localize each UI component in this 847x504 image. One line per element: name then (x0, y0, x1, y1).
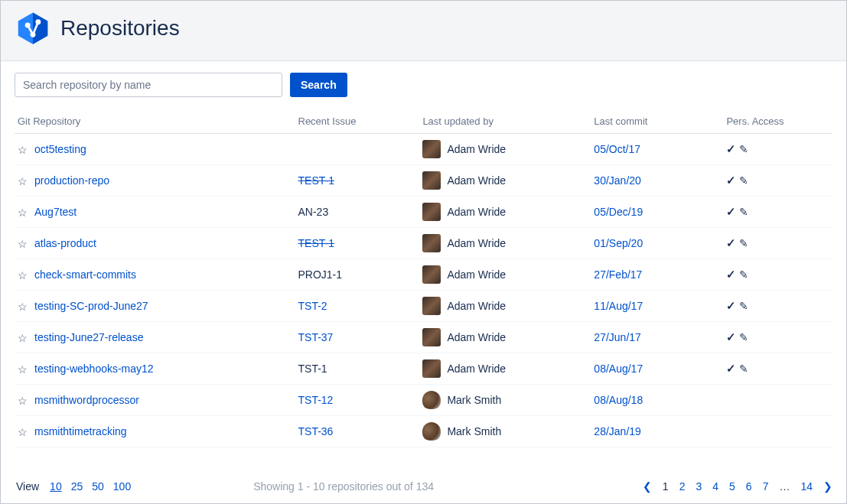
issue-link[interactable]: TST-37 (298, 331, 334, 343)
check-icon: ✓ (726, 362, 736, 376)
last-commit-link[interactable]: 05/Oct/17 (594, 143, 640, 155)
star-icon[interactable]: ☆ (18, 427, 30, 437)
column-header-repo[interactable]: Git Repository (15, 111, 295, 134)
issue-link: TST-1 (298, 363, 327, 375)
table-footer: View 102550100 Showing 1 - 10 repositori… (15, 470, 832, 503)
pagination: ❮1234567…14❯ (643, 480, 832, 493)
page-size-option[interactable]: 10 (50, 480, 62, 493)
pagination-page[interactable]: 5 (729, 480, 735, 493)
star-icon[interactable]: ☆ (18, 176, 30, 187)
last-commit-link[interactable]: 30/Jan/20 (594, 174, 641, 187)
table-row: ☆testing-SC-prod-June27TST-2Adam Wride11… (15, 291, 832, 322)
star-icon[interactable]: ☆ (18, 301, 30, 312)
pencil-icon[interactable]: ✎ (739, 237, 748, 249)
showing-count: Showing 1 - 10 repositories out of 134 (253, 480, 434, 493)
updated-by-name: Adam Wride (447, 363, 506, 375)
last-commit-link[interactable]: 01/Sep/20 (594, 237, 643, 249)
repo-link[interactable]: oct5testing (34, 143, 86, 155)
check-icon: ✓ (726, 142, 736, 156)
check-icon: ✓ (726, 174, 736, 187)
repo-link[interactable]: production-repo (34, 174, 109, 187)
pagination-page[interactable]: 3 (696, 480, 702, 493)
last-commit-link[interactable]: 08/Aug/18 (594, 394, 643, 406)
issue-link[interactable]: TST-36 (298, 425, 334, 437)
page-header: Repositories (1, 1, 846, 61)
updated-by-name: Adam Wride (447, 331, 506, 343)
issue-link[interactable]: TST-2 (298, 300, 327, 312)
avatar (422, 297, 441, 315)
search-input[interactable] (15, 73, 282, 97)
pagination-page[interactable]: 6 (746, 480, 752, 493)
pencil-icon[interactable]: ✎ (739, 300, 748, 312)
view-label: View (16, 480, 39, 493)
page-size-option[interactable]: 25 (71, 480, 83, 493)
repo-link[interactable]: atlas-product (34, 237, 96, 249)
last-commit-link[interactable]: 05/Dec/19 (594, 206, 643, 218)
table-row: ☆Aug7testAN-23Adam Wride05/Dec/19✓✎ (15, 197, 832, 228)
last-commit-link[interactable]: 27/Feb/17 (594, 268, 642, 281)
page-title: Repositories (60, 16, 180, 41)
updated-by-name: Adam Wride (447, 268, 506, 281)
last-commit-link[interactable]: 28/Jan/19 (594, 425, 641, 437)
app-window: Repositories Search Git Repository Recen… (0, 0, 847, 504)
issue-link[interactable]: TEST-1 (298, 237, 334, 249)
star-icon[interactable]: ☆ (18, 207, 30, 218)
star-icon[interactable]: ☆ (18, 145, 30, 155)
repo-link[interactable]: testing-webhooks-may12 (34, 363, 154, 375)
column-header-updated[interactable]: Last updated by (419, 111, 591, 134)
updated-by-name: Adam Wride (447, 300, 506, 312)
avatar (422, 422, 441, 441)
table-row: ☆atlas-productTEST-1Adam Wride01/Sep/20✓… (15, 228, 832, 259)
star-icon[interactable]: ☆ (18, 239, 30, 249)
pencil-icon[interactable]: ✎ (739, 206, 748, 218)
repo-link[interactable]: testing-SC-prod-June27 (34, 300, 148, 312)
updated-by-name: Mark Smith (447, 425, 501, 437)
check-icon: ✓ (726, 330, 736, 344)
star-icon[interactable]: ☆ (18, 333, 30, 343)
column-header-access[interactable]: Pers. Access (723, 111, 832, 134)
pencil-icon[interactable]: ✎ (739, 268, 748, 281)
issue-link[interactable]: TST-12 (298, 394, 334, 406)
column-header-commit[interactable]: Last commit (591, 111, 723, 134)
updated-by-name: Adam Wride (447, 143, 506, 155)
search-button[interactable]: Search (290, 73, 347, 97)
table-row: ☆production-repoTEST-1Adam Wride30/Jan/2… (15, 165, 832, 197)
table-row: ☆msmithtimetrackingTST-36Mark Smith28/Ja… (15, 416, 832, 447)
check-icon: ✓ (726, 236, 736, 250)
page-size-option[interactable]: 100 (113, 480, 131, 493)
pagination-page[interactable]: 4 (712, 480, 718, 493)
issue-link[interactable]: TEST-1 (298, 174, 334, 187)
avatar (422, 203, 441, 221)
column-header-issue[interactable]: Recent Issue (295, 111, 420, 134)
page-size-option[interactable]: 50 (92, 480, 104, 493)
last-commit-link[interactable]: 11/Aug/17 (594, 300, 643, 312)
pagination-page[interactable]: 14 (800, 480, 813, 493)
check-icon: ✓ (726, 205, 736, 219)
avatar (422, 359, 441, 378)
updated-by-name: Adam Wride (447, 174, 506, 187)
pagination-prev-icon[interactable]: ❮ (643, 480, 652, 493)
pagination-next-icon[interactable]: ❯ (823, 480, 832, 493)
updated-by-name: Mark Smith (447, 394, 501, 406)
last-commit-link[interactable]: 08/Aug/17 (594, 363, 643, 375)
pencil-icon[interactable]: ✎ (739, 331, 748, 343)
last-commit-link[interactable]: 27/Jun/17 (594, 331, 641, 343)
repo-link[interactable]: check-smart-commits (34, 268, 136, 281)
repo-link[interactable]: Aug7test (34, 206, 77, 218)
pencil-icon[interactable]: ✎ (739, 143, 748, 155)
pencil-icon[interactable]: ✎ (739, 174, 748, 187)
pagination-page[interactable]: 7 (763, 480, 769, 493)
star-icon[interactable]: ☆ (18, 270, 30, 281)
repo-link[interactable]: msmithwordprocessor (34, 394, 139, 406)
star-icon[interactable]: ☆ (18, 395, 30, 406)
avatar (422, 171, 441, 190)
avatar (422, 391, 441, 409)
table-row: ☆check-smart-commitsPROJ1-1Adam Wride27/… (15, 259, 832, 291)
repo-link[interactable]: testing-June27-release (34, 331, 143, 343)
repo-link[interactable]: msmithtimetracking (34, 425, 127, 437)
table-row: ☆testing-June27-releaseTST-37Adam Wride2… (15, 322, 832, 353)
pagination-page[interactable]: 2 (679, 480, 686, 493)
pencil-icon[interactable]: ✎ (739, 363, 748, 375)
star-icon[interactable]: ☆ (18, 364, 30, 375)
table-row: ☆testing-webhooks-may12TST-1Adam Wride08… (15, 353, 832, 385)
